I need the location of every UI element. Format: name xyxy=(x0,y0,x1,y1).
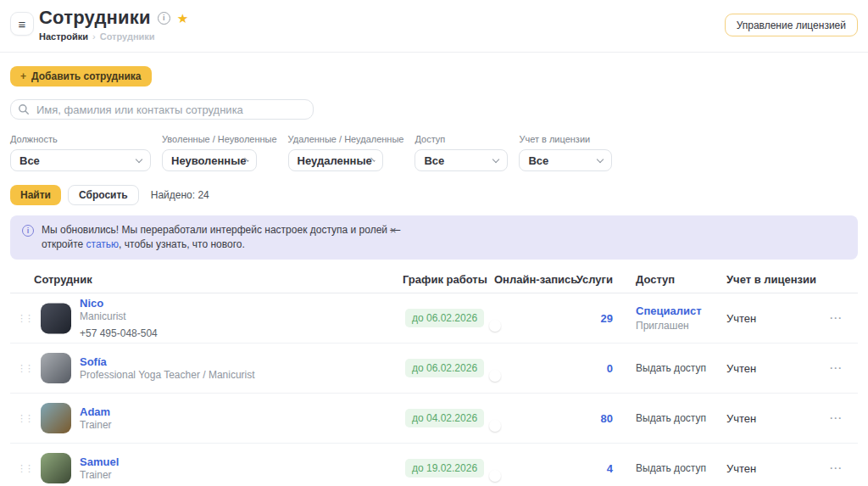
filter-label: Учет в лицензии xyxy=(519,134,612,144)
table-row: ⋮⋮ Samuel Trainer до 19.02.2026 4 Выдать… xyxy=(10,444,858,486)
access-link[interactable]: Выдать доступ xyxy=(636,462,706,474)
schedule-badge[interactable]: до 06.02.2026 xyxy=(405,359,484,377)
avatar xyxy=(41,303,71,333)
col-services: Услуги xyxy=(542,273,613,286)
breadcrumb-settings[interactable]: Настройки xyxy=(39,31,88,42)
employee-cell: ⋮⋮ Sofía Professional Yoga Teacher / Man… xyxy=(17,353,255,383)
search-input[interactable] xyxy=(10,99,314,120)
hamburger-icon: ≡ xyxy=(19,17,26,31)
services-count-link[interactable]: 4 xyxy=(542,462,613,475)
access-cell: Выдать доступ xyxy=(636,362,706,374)
employee-role: Manicurist xyxy=(80,310,158,323)
table-header: Сотрудник График работы Онлайн-запись Ус… xyxy=(10,268,858,293)
services-count-link[interactable]: 29 xyxy=(542,312,613,325)
banner-text-after: , чтобы узнать, что нового. xyxy=(119,238,245,250)
breadcrumb-separator: › xyxy=(92,31,96,42)
employee-role: Professional Yoga Teacher / Manicurist xyxy=(80,369,255,382)
breadcrumb: Настройки › Сотрудники xyxy=(39,31,188,42)
select-value: Неудаленные xyxy=(298,154,372,167)
schedule-badge[interactable]: до 19.02.2026 xyxy=(405,459,484,478)
access-cell: Выдать доступ xyxy=(636,412,706,424)
drag-handle-icon[interactable]: ⋮⋮ xyxy=(17,464,32,473)
table-row: ⋮⋮ Adam Trainer до 04.02.2026 80 Выдать … xyxy=(10,394,858,444)
plus-icon: + xyxy=(20,70,26,82)
access-select[interactable]: Все xyxy=(415,149,508,171)
filter-access: Доступ Все xyxy=(415,134,508,171)
filter-dismissed: Уволенные / Неуволенные Неуволенные xyxy=(162,134,277,171)
chevron-down-icon xyxy=(597,155,604,162)
filter-label: Удаленные / Неудаленные xyxy=(288,134,404,144)
toggle-knob xyxy=(489,470,501,482)
license-select[interactable]: Все xyxy=(519,149,612,171)
row-menu-icon[interactable]: ⋯ xyxy=(829,360,843,376)
employee-name-link[interactable]: Adam xyxy=(80,405,112,419)
close-icon[interactable]: × xyxy=(390,225,397,236)
drag-handle-icon[interactable]: ⋮⋮ xyxy=(17,364,32,373)
update-banner: i Мы обновились! Мы переработали интерфе… xyxy=(10,215,858,260)
access-link[interactable]: Выдать доступ xyxy=(636,412,706,424)
col-license: Учет в лицензии xyxy=(726,273,816,286)
dismissed-select[interactable]: Неуволенные xyxy=(162,149,257,171)
info-icon: i xyxy=(22,225,34,237)
article-link[interactable]: статью xyxy=(86,238,120,250)
services-count-link[interactable]: 0 xyxy=(542,362,613,375)
schedule-cell: до 06.02.2026 xyxy=(405,359,484,377)
employee-phone: +57 495-048-504 xyxy=(80,327,158,340)
access-cell: Специалист Приглашен xyxy=(636,304,702,332)
employee-name-link[interactable]: Nico xyxy=(80,297,158,310)
reset-button[interactable]: Сбросить xyxy=(68,185,139,205)
search-icon xyxy=(18,103,30,119)
license-status: Учтен xyxy=(726,362,756,375)
avatar xyxy=(41,403,71,433)
drag-handle-icon[interactable]: ⋮⋮ xyxy=(17,314,32,323)
col-schedule: График работы xyxy=(403,273,487,286)
select-value: Все xyxy=(528,154,548,167)
add-employee-button[interactable]: + Добавить сотрудника xyxy=(10,66,152,87)
select-value: Неуволенные xyxy=(171,154,246,167)
filter-label: Доступ xyxy=(415,134,508,144)
toggle-knob xyxy=(489,320,501,332)
employee-role: Trainer xyxy=(80,419,112,432)
employee-cell: ⋮⋮ Adam Trainer xyxy=(17,403,112,433)
license-status: Учтен xyxy=(726,462,756,475)
services-count-link[interactable]: 80 xyxy=(542,412,613,425)
schedule-badge[interactable]: до 06.02.2026 xyxy=(405,309,484,327)
filter-license: Учет в лицензии Все xyxy=(519,134,612,171)
filter-position: Должность Все xyxy=(10,134,151,171)
star-icon[interactable]: ★ xyxy=(177,12,188,25)
employee-name-link[interactable]: Samuel xyxy=(80,455,119,469)
access-link[interactable]: Специалист xyxy=(636,304,702,317)
schedule-cell: до 06.02.2026 xyxy=(405,309,484,327)
title-block: Сотрудники i ★ Настройки › Сотрудники xyxy=(39,7,188,42)
license-management-button[interactable]: Управление лицензией xyxy=(725,14,858,36)
access-link[interactable]: Выдать доступ xyxy=(636,362,706,374)
row-menu-icon[interactable]: ⋯ xyxy=(829,310,843,326)
results-count: Найдено: 24 xyxy=(151,189,209,201)
chevron-down-icon xyxy=(136,155,142,162)
position-select[interactable]: Все xyxy=(10,149,151,171)
filter-label: Должность xyxy=(10,134,151,144)
toggle-knob xyxy=(489,370,501,382)
info-icon[interactable]: i xyxy=(158,12,170,25)
row-menu-icon[interactable]: ⋯ xyxy=(829,411,843,426)
avatar xyxy=(41,353,71,383)
schedule-cell: до 04.02.2026 xyxy=(405,409,484,427)
col-employee: Сотрудник xyxy=(34,273,92,286)
row-menu-icon[interactable]: ⋯ xyxy=(829,461,843,476)
breadcrumb-current: Сотрудники xyxy=(100,31,155,42)
employees-table: Сотрудник График работы Онлайн-запись Ус… xyxy=(10,268,858,486)
drag-handle-icon[interactable]: ⋮⋮ xyxy=(17,414,32,423)
deleted-select[interactable]: Неудаленные xyxy=(288,149,383,171)
schedule-badge[interactable]: до 04.02.2026 xyxy=(405,409,484,427)
app-header: ≡ Сотрудники i ★ Настройки › Сотрудники … xyxy=(0,0,868,53)
hamburger-menu-button[interactable]: ≡ xyxy=(10,12,34,36)
add-employee-label: Добавить сотрудника xyxy=(31,70,142,82)
employee-name-link[interactable]: Sofía xyxy=(80,355,255,369)
filter-label: Уволенные / Неуволенные xyxy=(162,134,277,144)
col-access: Доступ xyxy=(636,273,675,286)
find-button[interactable]: Найти xyxy=(10,185,61,205)
banner-text: Мы обновились! Мы переработали интерфейс… xyxy=(42,223,408,252)
license-status: Учтен xyxy=(726,412,756,425)
table-row: ⋮⋮ Sofía Professional Yoga Teacher / Man… xyxy=(10,344,858,394)
schedule-cell: до 19.02.2026 xyxy=(405,459,484,478)
